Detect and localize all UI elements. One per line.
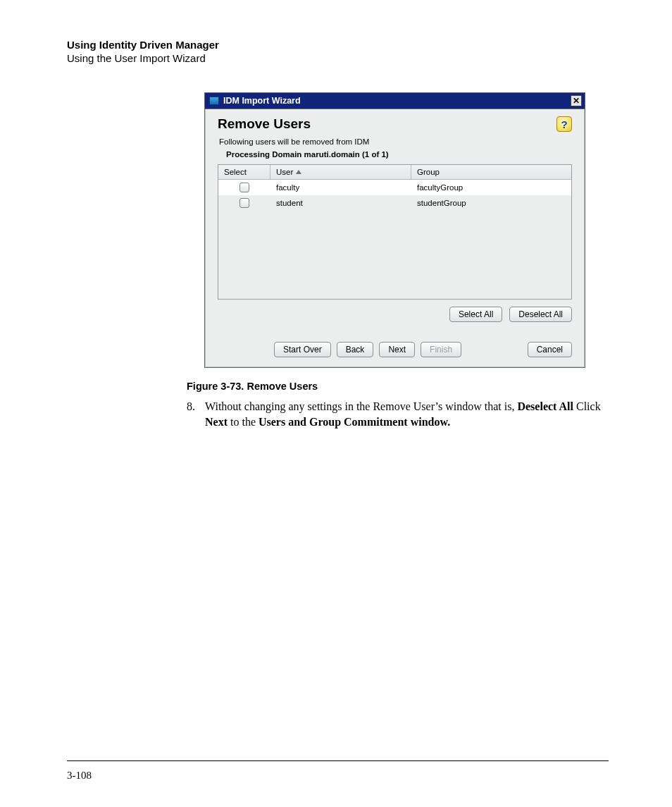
processing-domain-label: Processing Domain maruti.domain (1 of 1) xyxy=(226,150,572,159)
deselect-all-button[interactable]: Deselect All xyxy=(509,307,572,322)
step-text-mid2: to the xyxy=(228,416,259,428)
close-icon[interactable]: ✕ xyxy=(571,95,582,106)
step-bold-window: Users and Group Commitment window. xyxy=(259,416,450,428)
dialog-description: Following users will be removed from IDM xyxy=(219,137,572,146)
cell-user: faculty xyxy=(270,183,411,192)
users-table: Select User Group faculty facultyGroup xyxy=(218,164,572,300)
cancel-button[interactable]: Cancel xyxy=(528,342,572,357)
table-header-row: Select User Group xyxy=(218,165,571,180)
page-header-title: Using Identity Driven Manager xyxy=(67,39,609,51)
step-text-mid1: Click xyxy=(573,400,601,412)
page-number: 3-108 xyxy=(67,770,92,782)
dialog-titlebar: IDM Import Wizard ✕ xyxy=(205,93,585,109)
cell-user: student xyxy=(270,199,411,207)
import-wizard-dialog: IDM Import Wizard ✕ Remove Users ? Follo… xyxy=(204,92,585,368)
column-header-user-label: User xyxy=(276,168,293,176)
app-icon xyxy=(209,97,219,105)
dialog-window-title: IDM Import Wizard xyxy=(223,96,301,106)
back-button[interactable]: Back xyxy=(337,342,374,357)
select-all-button[interactable]: Select All xyxy=(449,307,502,322)
step-bold-deselect-all: Deselect All xyxy=(517,400,573,412)
cell-group: facultyGroup xyxy=(411,183,571,192)
column-header-group[interactable]: Group xyxy=(411,165,571,180)
footer-rule xyxy=(67,760,609,761)
step-bold-next: Next xyxy=(205,416,228,428)
column-header-user[interactable]: User xyxy=(270,165,411,180)
page-header-subtitle: Using the User Import Wizard xyxy=(67,52,609,64)
help-icon[interactable]: ? xyxy=(556,116,572,132)
instruction-step: 8. Without changing any settings in the … xyxy=(187,399,609,429)
column-header-select[interactable]: Select xyxy=(218,165,270,180)
sort-ascending-icon xyxy=(296,170,301,174)
step-text-pre: Without changing any settings in the Rem… xyxy=(205,400,517,412)
table-row[interactable]: faculty facultyGroup xyxy=(218,180,571,195)
finish-button: Finish xyxy=(421,342,461,357)
figure-caption: Figure 3-73. Remove Users xyxy=(187,381,609,392)
dialog-heading: Remove Users xyxy=(218,116,311,132)
start-over-button[interactable]: Start Over xyxy=(274,342,331,357)
next-button[interactable]: Next xyxy=(379,342,415,357)
table-row[interactable]: student studentGroup xyxy=(218,195,571,211)
row-checkbox[interactable] xyxy=(239,198,249,208)
row-checkbox[interactable] xyxy=(239,183,249,192)
cell-group: studentGroup xyxy=(411,199,571,207)
step-number: 8. xyxy=(187,399,199,429)
